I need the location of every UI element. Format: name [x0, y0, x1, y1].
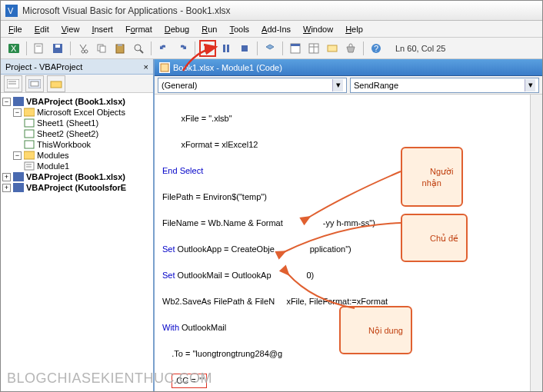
toolbar: X ? Ln 60, Col 25 — [1, 38, 542, 59]
svg-rect-16 — [227, 45, 229, 52]
view-code-button[interactable] — [4, 75, 22, 92]
callout-arrow-3 — [281, 270, 358, 312]
window-title: Microsoft Visual Basic for Applications … — [22, 5, 231, 16]
callout-body: Nội dung — [339, 306, 412, 354]
svg-rect-20 — [291, 44, 300, 46]
svg-rect-38 — [25, 141, 34, 148]
svg-text:?: ? — [374, 44, 378, 53]
menu-debug[interactable]: Debug — [160, 23, 194, 35]
svg-text:V: V — [8, 6, 14, 15]
annotation-arrow-run — [179, 44, 225, 75]
procedure-combobox[interactable]: SendRange▾ — [350, 78, 539, 93]
svg-rect-37 — [25, 130, 34, 138]
callout-subject: Chủ đề — [401, 214, 468, 262]
cut-button[interactable] — [75, 40, 92, 57]
svg-rect-44 — [13, 183, 24, 192]
tree-root-2[interactable]: +VBAProject (Book1.xlsx) — [2, 171, 152, 182]
svg-rect-35 — [24, 108, 35, 116]
menu-edit[interactable]: Edit — [30, 23, 54, 35]
svg-rect-24 — [328, 45, 337, 51]
svg-point-12 — [135, 45, 141, 51]
svg-rect-39 — [24, 151, 35, 159]
code-window: Book1.xlsx - Module1 (Code) (General)▾ S… — [155, 59, 542, 391]
code-editor[interactable]: xFile = ".xlsb" xFormat = xlExcel12 End … — [155, 95, 542, 391]
toolbox-button[interactable] — [342, 40, 359, 57]
separator — [26, 42, 27, 55]
design-mode-button[interactable] — [262, 40, 278, 57]
separator — [282, 42, 283, 55]
project-explorer-pane: Project - VBAProject × −VBAProject (Book… — [1, 59, 155, 391]
cursor-position: Ln 60, Col 25 — [395, 44, 445, 53]
svg-rect-9 — [100, 46, 105, 52]
main-area: Project - VBAProject × −VBAProject (Book… — [1, 59, 542, 391]
svg-rect-40 — [25, 162, 34, 170]
object-browser-button[interactable] — [324, 40, 341, 57]
toggle-folders-button[interactable] — [47, 75, 65, 92]
insert-module-button[interactable] — [31, 40, 48, 57]
svg-rect-33 — [51, 81, 62, 88]
project-toolbar — [1, 75, 153, 93]
tree-thisworkbook[interactable]: ThisWorkbook — [24, 139, 152, 150]
callout-recipient: Ngườinhận — [401, 147, 463, 207]
tree-sheet2[interactable]: Sheet2 (Sheet2) — [24, 128, 152, 139]
separator — [257, 42, 258, 55]
svg-rect-46 — [161, 64, 168, 71]
properties-button[interactable] — [305, 40, 322, 57]
menu-insert[interactable]: Insert — [87, 23, 118, 35]
save-button[interactable] — [49, 40, 66, 57]
vertical-scrollbar[interactable] — [530, 95, 542, 391]
tree-module1[interactable]: Module1 — [24, 161, 152, 171]
separator — [363, 42, 364, 55]
project-explorer-button[interactable] — [287, 40, 304, 57]
titlebar: V Microsoft Visual Basic for Application… — [1, 1, 542, 21]
menu-run[interactable]: Run — [197, 23, 222, 35]
menu-view[interactable]: View — [57, 23, 85, 35]
app-logo-icon: V — [5, 5, 18, 17]
view-object-button[interactable] — [25, 75, 44, 92]
close-pane-button[interactable]: × — [144, 62, 148, 71]
reset-button[interactable] — [236, 40, 253, 57]
tree-sheet1[interactable]: Sheet1 (Sheet1) — [24, 118, 152, 128]
view-excel-button[interactable]: X — [5, 40, 22, 57]
menu-help[interactable]: Help — [341, 23, 368, 35]
svg-rect-4 — [35, 44, 42, 53]
menu-file[interactable]: File — [4, 23, 27, 35]
svg-rect-34 — [13, 97, 24, 106]
copy-button[interactable] — [93, 40, 110, 57]
separator — [151, 42, 152, 55]
svg-rect-7 — [55, 45, 60, 48]
project-pane-title: Project - VBAProject — [5, 62, 82, 71]
svg-text:X: X — [11, 44, 17, 53]
svg-rect-17 — [242, 45, 248, 51]
code-combo-row: (General)▾ SendRange▾ — [155, 76, 542, 95]
object-combobox[interactable]: (General)▾ — [158, 78, 347, 93]
menu-tools[interactable]: Tools — [225, 23, 254, 35]
undo-button[interactable] — [155, 40, 172, 57]
menubar[interactable]: File Edit View Insert Format Debug Run T… — [1, 21, 542, 38]
help-button[interactable]: ? — [368, 40, 385, 57]
svg-rect-43 — [13, 172, 24, 181]
tree-root-1[interactable]: −VBAProject (Book1.xlsx) — [2, 96, 152, 107]
tree-folder-modules[interactable]: −Modules — [13, 150, 152, 161]
chevron-down-icon: ▾ — [525, 79, 535, 91]
project-tree[interactable]: −VBAProject (Book1.xlsx) −Microsoft Exce… — [1, 93, 153, 391]
svg-rect-36 — [25, 119, 34, 127]
callout-arrow-2 — [278, 221, 405, 260]
tree-root-3[interactable]: +VBAProject (KutoolsforE — [2, 182, 152, 193]
menu-addins[interactable]: Add-Ins — [257, 23, 295, 35]
project-pane-titlebar: Project - VBAProject × — [1, 59, 153, 75]
svg-line-13 — [140, 50, 143, 53]
menu-format[interactable]: Format — [121, 23, 157, 35]
menu-window[interactable]: Window — [298, 23, 338, 35]
watermark-text: BLOGCHIASEKIENTHUC.COM — [7, 370, 212, 387]
paste-button[interactable] — [112, 40, 128, 57]
find-button[interactable] — [130, 40, 147, 57]
chevron-down-icon: ▾ — [332, 79, 343, 91]
code-title-icon — [159, 62, 170, 73]
svg-marker-18 — [266, 45, 274, 49]
svg-rect-32 — [31, 81, 38, 86]
tree-folder-excel-objects[interactable]: −Microsoft Excel Objects — [13, 107, 152, 118]
svg-rect-11 — [118, 44, 122, 46]
separator — [70, 42, 71, 55]
